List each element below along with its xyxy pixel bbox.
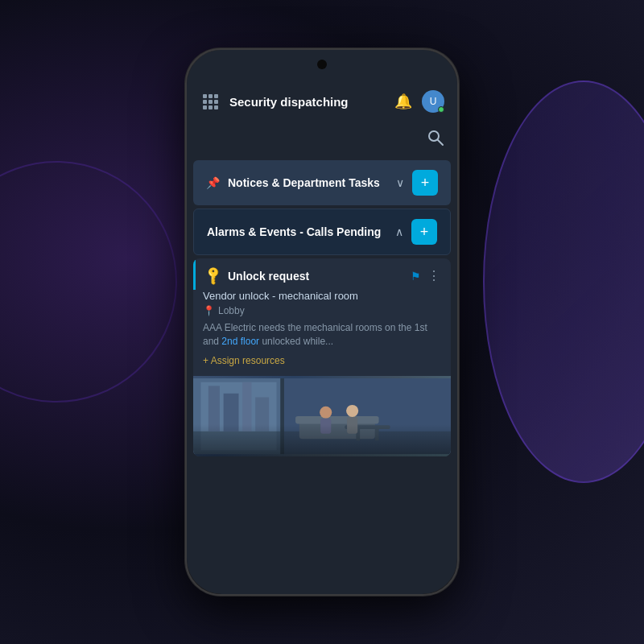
flag-icon[interactable]: ⚑ <box>411 270 421 283</box>
phone-notch <box>317 60 327 69</box>
avatar-status <box>438 106 444 113</box>
location-text: Lobby <box>218 305 245 316</box>
more-options-icon[interactable]: ⋮ <box>427 268 441 283</box>
card-description: AAA Electric needs the mechanical rooms … <box>203 321 441 349</box>
svg-point-0 <box>429 131 439 141</box>
notices-add-button[interactable]: + <box>412 170 438 196</box>
svg-rect-8 <box>295 416 379 423</box>
card-title: Unlock request <box>228 270 404 283</box>
bg-ring-1 <box>0 127 211 437</box>
grid-menu-icon[interactable] <box>200 91 221 113</box>
description-highlight: 2nd floor <box>221 336 259 347</box>
alarms-title: Alarms & Events - Calls Pending <box>207 225 387 238</box>
location-row: 📍 Lobby <box>203 305 441 316</box>
search-button[interactable] <box>427 129 444 151</box>
card-image <box>193 376 451 456</box>
svg-point-14 <box>346 404 358 416</box>
phone-container: Security dispatching 🔔 U <box>185 48 459 596</box>
key-icon: 🔑 <box>202 265 225 287</box>
header-icons: 🔔 U <box>394 90 444 113</box>
alarms-chevron: ∧ <box>395 225 403 238</box>
alarms-section-header[interactable]: Alarms & Events - Calls Pending ∧ + <box>193 208 451 255</box>
phone-screen: Security dispatching 🔔 U <box>187 50 457 594</box>
notices-section-header[interactable]: 📌 Notices & Department Tasks ∨ + <box>193 160 451 205</box>
unlock-request-card[interactable]: 🔑 Unlock request ⚑ ⋮ Vendor unlock - mec… <box>193 258 451 456</box>
card-image-overlay <box>193 424 451 456</box>
notices-chevron: ∨ <box>396 176 404 189</box>
card-body: Vendor unlock - mechanical room 📍 Lobby … <box>193 290 451 376</box>
card-header: 🔑 Unlock request ⚑ ⋮ <box>193 258 451 290</box>
search-bar <box>187 122 457 160</box>
app-title: Security dispatching <box>229 95 386 109</box>
svg-point-12 <box>320 406 332 418</box>
svg-line-1 <box>438 140 443 145</box>
location-icon: 📍 <box>203 305 215 316</box>
avatar[interactable]: U <box>422 90 444 113</box>
card-subtitle: Vendor unlock - mechanical room <box>203 290 441 302</box>
description-text-2: unlocked while... <box>259 336 333 347</box>
alarms-add-button[interactable]: + <box>411 219 437 245</box>
assign-resources-text: + Assign resources <box>203 355 285 366</box>
pin-icon: 📌 <box>206 176 220 189</box>
assign-row[interactable]: + Assign resources <box>203 355 441 369</box>
bg-ring-2 <box>483 80 644 483</box>
phone-frame: Security dispatching 🔔 U <box>185 48 459 596</box>
bell-icon[interactable]: 🔔 <box>394 93 412 110</box>
notices-title: Notices & Department Tasks <box>228 176 388 189</box>
avatar-initials: U <box>430 96 437 107</box>
